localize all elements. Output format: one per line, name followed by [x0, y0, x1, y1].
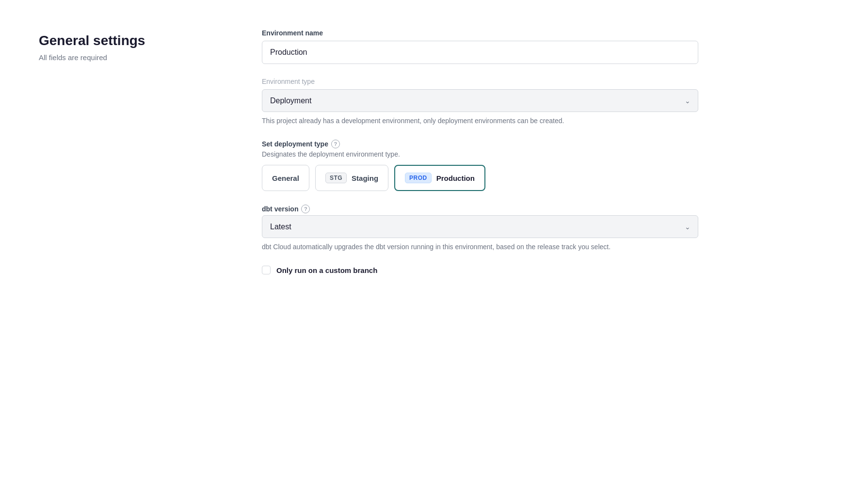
left-panel: General settings All fields are required	[39, 29, 223, 274]
page-layout: General settings All fields are required…	[39, 29, 829, 274]
prod-badge: PROD	[405, 173, 432, 183]
environment-type-group: Environment type Deployment ⌄ This proje…	[262, 78, 698, 126]
dbt-version-helper: dbt Cloud automatically upgrades the dbt…	[262, 242, 698, 252]
right-panel: Environment name Environment type Deploy…	[262, 29, 698, 274]
custom-branch-checkbox[interactable]	[262, 266, 271, 274]
environment-type-select[interactable]: Deployment	[262, 89, 698, 112]
environment-name-group: Environment name	[262, 29, 698, 64]
stg-badge: STG	[325, 173, 347, 183]
deployment-type-sublabel: Designates the deployment environment ty…	[262, 150, 698, 158]
dbt-version-group: dbt version ? Latest ⌄ dbt Cloud automat…	[262, 205, 698, 252]
deployment-type-group: Set deployment type ? Designates the dep…	[262, 140, 698, 191]
environment-name-input[interactable]	[262, 41, 698, 64]
deployment-type-options: General STG Staging PROD Production	[262, 165, 698, 191]
deployment-type-label-row: Set deployment type ?	[262, 140, 698, 148]
page-subtitle: All fields are required	[39, 53, 223, 62]
environment-type-label: Environment type	[262, 78, 698, 85]
dbt-version-label-row: dbt version ?	[262, 205, 698, 213]
dbt-version-select[interactable]: Latest	[262, 215, 698, 238]
environment-type-select-wrapper: Deployment ⌄	[262, 89, 698, 112]
environment-type-helper: This project already has a development e…	[262, 116, 698, 126]
custom-branch-label[interactable]: Only run on a custom branch	[276, 266, 377, 274]
general-label: General	[272, 174, 299, 182]
dbt-version-help-icon[interactable]: ?	[301, 205, 310, 213]
dbt-version-select-wrapper: Latest ⌄	[262, 215, 698, 238]
deployment-type-help-icon[interactable]: ?	[331, 140, 340, 148]
custom-branch-group: Only run on a custom branch	[262, 266, 698, 274]
deployment-type-production-button[interactable]: PROD Production	[394, 165, 485, 191]
deployment-type-label: Set deployment type	[262, 140, 328, 148]
production-label: Production	[436, 174, 475, 182]
staging-label: Staging	[352, 174, 378, 182]
deployment-type-staging-button[interactable]: STG Staging	[315, 165, 388, 191]
environment-name-label: Environment name	[262, 29, 698, 37]
dbt-version-label: dbt version	[262, 205, 298, 213]
deployment-type-general-button[interactable]: General	[262, 165, 309, 191]
page-title: General settings	[39, 33, 223, 48]
